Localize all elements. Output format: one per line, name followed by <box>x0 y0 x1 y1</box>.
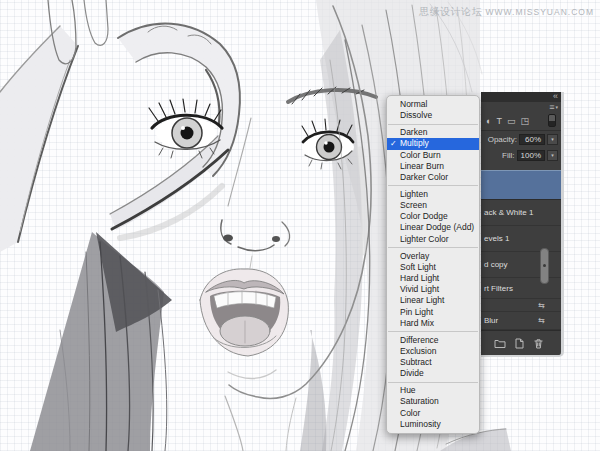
panel-header: « <box>481 92 561 102</box>
menu-item-pin-light[interactable]: Pin Light <box>387 307 479 318</box>
layer-name: Blur <box>484 316 498 325</box>
layer-name: ack & White 1 <box>484 208 533 217</box>
menu-item-label: Hard Light <box>400 273 439 283</box>
menu-item-dissolve[interactable]: Dissolve <box>387 110 479 121</box>
menu-item-hard-mix[interactable]: Hard Mix <box>387 318 479 329</box>
shape-layers-filter-icon[interactable]: ▭ <box>507 116 516 126</box>
menu-item-color[interactable]: Color <box>387 408 479 419</box>
menu-separator <box>388 331 478 332</box>
menu-item-label: Screen <box>400 200 427 210</box>
menu-item-label: Linear Dodge (Add) <box>400 222 474 232</box>
layer-filter-row: ◐T▭◳ <box>481 111 561 131</box>
layer-name: evels 1 <box>484 234 509 243</box>
new-layer-icon[interactable] <box>514 338 525 349</box>
menu-item-saturation[interactable]: Saturation <box>387 396 479 407</box>
panel-menu-row: ≡ ▾ <box>481 102 561 111</box>
watermark-site-name: 思缘设计论坛 <box>419 6 482 17</box>
menu-separator <box>388 382 478 383</box>
opacity-dropdown-icon[interactable]: ▾ <box>547 134 558 145</box>
menu-item-label: Lighter Color <box>400 234 449 244</box>
fill-label: Fill: <box>502 151 514 160</box>
filter-blend-icon[interactable]: ⇆ <box>538 301 545 310</box>
collapse-panels-icon[interactable]: « <box>553 91 558 101</box>
menu-item-label: Linear Light <box>400 295 444 305</box>
menu-item-linear-dodge-add[interactable]: Linear Dodge (Add) <box>387 222 479 233</box>
menu-item-label: Dissolve <box>400 110 432 120</box>
menu-item-luminosity[interactable]: Luminosity <box>387 419 479 430</box>
opacity-row: Opacity: 60% ▾ <box>481 131 561 147</box>
menu-item-label: Color Burn <box>400 150 441 160</box>
type-layers-filter-icon[interactable]: T <box>496 116 502 126</box>
menu-item-hard-light[interactable]: Hard Light <box>387 273 479 284</box>
menu-separator <box>388 185 478 186</box>
menu-item-color-burn[interactable]: Color Burn <box>387 150 479 161</box>
menu-item-label: Darken <box>400 127 427 137</box>
checkmark-icon: ✓ <box>390 138 397 149</box>
panel-menu-icon[interactable]: ≡ <box>549 103 554 111</box>
fill-row: Fill: 100% ▾ <box>481 147 561 163</box>
menu-separator <box>388 247 478 248</box>
menu-item-multiply[interactable]: ✓Multiply <box>387 138 479 149</box>
layer-list: ack & White 1evels 1d copy◔rt Filters⇆Bl… <box>481 170 561 332</box>
menu-item-label: Hue <box>400 385 416 395</box>
layer-row-rt-filters[interactable]: rt Filters <box>481 278 561 299</box>
menu-item-label: Hard Mix <box>400 318 434 328</box>
menu-item-divide[interactable]: Divide <box>387 368 479 379</box>
menu-item-color-dodge[interactable]: Color Dodge <box>387 211 479 222</box>
menu-item-darker-color[interactable]: Darker Color <box>387 172 479 183</box>
menu-item-label: Darker Color <box>400 172 448 182</box>
blend-mode-menu: NormalDissolveDarken✓MultiplyColor BurnL… <box>386 95 480 434</box>
menu-item-darken[interactable]: Darken <box>387 127 479 138</box>
filter-blend-icon[interactable]: ⇆ <box>538 316 545 325</box>
layers-panel: « ≡ ▾ ◐T▭◳ Opacity: 60% ▾ Fill: 100% ▾ a… <box>481 92 564 357</box>
menu-item-vivid-light[interactable]: Vivid Light <box>387 284 479 295</box>
layers-scrollbar[interactable] <box>540 248 549 284</box>
menu-item-screen[interactable]: Screen <box>387 200 479 211</box>
fill-value[interactable]: 100% <box>517 150 545 161</box>
menu-item-soft-light[interactable]: Soft Light <box>387 262 479 273</box>
menu-item-lighter-color[interactable]: Lighter Color <box>387 234 479 245</box>
menu-item-label: Color Dodge <box>400 211 448 221</box>
photoshop-canvas: 思缘设计论坛 WWW.MISSYUAN.COM « ≡ ▾ ◐T▭◳ Opaci… <box>0 0 600 451</box>
new-group-icon[interactable] <box>494 338 506 349</box>
opacity-value[interactable]: 60% <box>519 134 545 145</box>
menu-item-exclusion[interactable]: Exclusion <box>387 346 479 357</box>
menu-item-label: Linear Burn <box>400 161 444 171</box>
adjustment-layers-filter-icon[interactable]: ◐ <box>486 116 491 126</box>
menu-item-linear-light[interactable]: Linear Light <box>387 295 479 306</box>
panel-bottom-toolbar <box>481 330 561 355</box>
layer-row-d-copy[interactable]: d copy◔ <box>481 252 561 278</box>
menu-item-subtract[interactable]: Subtract <box>387 357 479 368</box>
watermark: 思缘设计论坛 WWW.MISSYUAN.COM <box>419 5 594 19</box>
menu-item-label: Vivid Light <box>400 284 439 294</box>
menu-item-label: Pin Light <box>400 307 433 317</box>
menu-item-label: Overlay <box>400 251 429 261</box>
layer-row-evels-1[interactable]: evels 1 <box>481 226 561 252</box>
layer-name: d copy <box>484 260 508 269</box>
menu-item-normal[interactable]: Normal <box>387 99 479 110</box>
menu-item-label: Lighten <box>400 189 428 199</box>
menu-item-difference[interactable]: Difference <box>387 335 479 346</box>
menu-item-hue[interactable]: Hue <box>387 385 479 396</box>
layer-row-ack-white-1[interactable]: ack & White 1 <box>481 200 561 226</box>
menu-item-label: Divide <box>400 368 424 378</box>
menu-item-label: Subtract <box>400 357 432 367</box>
menu-item-label: Multiply <box>400 138 429 148</box>
fill-dropdown-icon[interactable]: ▾ <box>547 150 558 161</box>
layer-row-blur[interactable]: Blur⇆ <box>481 312 561 330</box>
menu-item-overlay[interactable]: Overlay <box>387 251 479 262</box>
layer-row-selected[interactable] <box>481 170 561 200</box>
menu-item-label: Luminosity <box>400 419 441 429</box>
panel-menu-arrow-icon: ▾ <box>555 103 558 111</box>
menu-item-lighten[interactable]: Lighten <box>387 189 479 200</box>
layer-row-sub[interactable]: ⇆ <box>481 299 561 312</box>
delete-layer-icon[interactable] <box>533 338 544 349</box>
menu-separator <box>388 124 478 125</box>
menu-item-label: Soft Light <box>400 262 436 272</box>
opacity-label: Opacity: <box>488 135 517 144</box>
filter-toggle[interactable] <box>548 114 556 127</box>
smart-objects-filter-icon[interactable]: ◳ <box>520 116 529 126</box>
menu-item-label: Normal <box>400 99 427 109</box>
menu-item-linear-burn[interactable]: Linear Burn <box>387 161 479 172</box>
menu-item-label: Color <box>400 408 420 418</box>
